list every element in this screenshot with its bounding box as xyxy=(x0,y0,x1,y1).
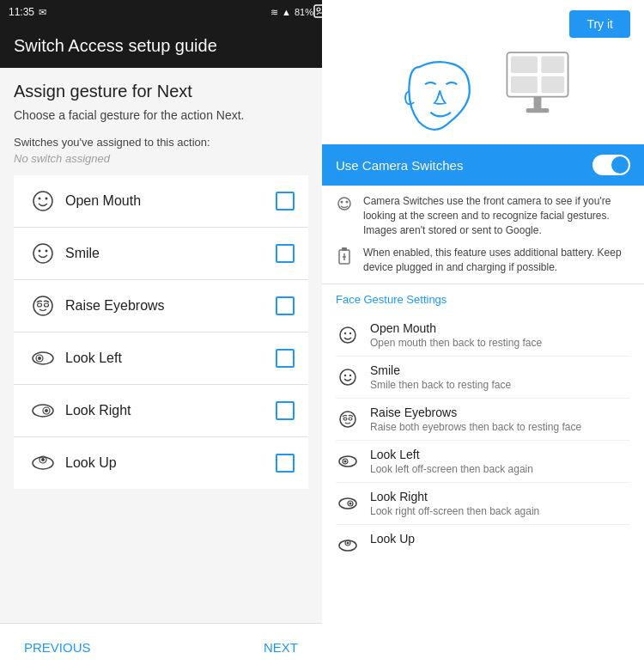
svg-point-40 xyxy=(349,375,351,376)
fg-name-look-up: Look Up xyxy=(370,532,630,546)
illustration-area xyxy=(322,38,644,144)
look-right-icon xyxy=(27,395,58,426)
svg-point-35 xyxy=(340,327,355,343)
gesture-checkbox-open-mouth[interactable] xyxy=(276,192,295,210)
svg-rect-26 xyxy=(541,76,564,94)
status-bar-left: 11:35 ✉ xyxy=(9,6,46,18)
gesture-name-look-right: Look Right xyxy=(65,403,276,418)
gesture-item-open-mouth[interactable]: Open Mouth xyxy=(14,175,308,228)
fg-text-look-right: Look Right Look right off-screen then ba… xyxy=(370,490,630,517)
camera-info-icon xyxy=(336,196,353,216)
svg-point-43 xyxy=(349,418,352,420)
previous-button[interactable]: Previous xyxy=(21,633,94,662)
fg-desc-smile: Smile then back to resting face xyxy=(370,379,630,391)
svg-point-28 xyxy=(341,201,343,204)
notification-icon: ✉ xyxy=(39,7,46,18)
svg-point-42 xyxy=(343,418,347,420)
fg-look-up-icon xyxy=(336,534,360,558)
face-gesture-section: Face Gesture Settings Open Mouth Open mo… xyxy=(322,284,644,671)
svg-rect-21 xyxy=(526,108,549,113)
battery-text: 81% xyxy=(295,7,313,17)
gesture-checkbox-look-up[interactable] xyxy=(276,454,295,473)
svg-point-13 xyxy=(38,357,41,360)
fg-open-mouth-icon xyxy=(336,323,360,347)
status-bar: 11:35 ✉ ≋ ▲ 81% xyxy=(0,0,322,24)
next-button[interactable]: Next xyxy=(260,633,301,662)
fg-item-raise-eyebrows: Raise Eyebrows Raise both eyebrows then … xyxy=(336,399,630,441)
fg-desc-look-left: Look left off-screen then back again xyxy=(370,463,630,475)
svg-point-4 xyxy=(46,198,48,200)
gesture-checkbox-raise-eyebrows[interactable] xyxy=(276,296,295,315)
svg-point-1 xyxy=(317,8,320,11)
gesture-name-raise-eyebrows: Raise Eyebrows xyxy=(65,298,276,314)
fg-name-raise-eyebrows: Raise Eyebrows xyxy=(370,406,630,419)
gesture-name-open-mouth: Open Mouth xyxy=(65,193,276,209)
camera-toggle-switch[interactable] xyxy=(592,155,630,175)
gesture-checkbox-look-right[interactable] xyxy=(276,401,295,420)
switches-label: Switches you've assigned to this action: xyxy=(14,136,308,149)
svg-point-49 xyxy=(349,502,352,504)
svg-point-3 xyxy=(39,198,41,200)
phone-illustration xyxy=(503,52,572,137)
assign-title: Assign gesture for Next xyxy=(14,82,308,101)
svg-point-36 xyxy=(344,332,346,334)
svg-point-2 xyxy=(33,192,52,210)
face-gesture-title: Face Gesture Settings xyxy=(336,293,630,306)
svg-rect-24 xyxy=(541,57,564,74)
fg-desc-look-right: Look right off-screen then back again xyxy=(370,505,630,517)
svg-point-10 xyxy=(45,303,49,307)
svg-point-46 xyxy=(344,460,347,462)
gesture-checkbox-look-left[interactable] xyxy=(276,349,295,368)
svg-point-9 xyxy=(38,303,42,307)
gesture-checkbox-smile[interactable] xyxy=(276,244,295,263)
gesture-item-look-left[interactable]: Look Left xyxy=(14,332,308,385)
svg-point-29 xyxy=(346,201,349,204)
svg-rect-31 xyxy=(342,247,347,251)
status-bar-right: ≋ ▲ 81% xyxy=(270,7,313,18)
gesture-item-raise-eyebrows[interactable]: Raise Eyebrows xyxy=(14,280,308,332)
info-row-camera: Camera Switches use the front camera to … xyxy=(336,194,630,237)
camera-toggle-label: Use Camera Switches xyxy=(336,158,463,173)
camera-toggle-bar[interactable]: Use Camera Switches xyxy=(322,144,644,186)
content-area: Assign gesture for Next Choose a facial … xyxy=(0,68,322,623)
fg-name-open-mouth: Open Mouth xyxy=(370,321,630,335)
gesture-name-smile: Smile xyxy=(65,246,276,261)
camera-info-text: Camera Switches use the front camera to … xyxy=(363,194,630,237)
fg-text-raise-eyebrows: Raise Eyebrows Raise both eyebrows then … xyxy=(370,406,630,433)
svg-point-39 xyxy=(344,375,346,376)
svg-rect-23 xyxy=(510,57,537,74)
svg-point-37 xyxy=(349,332,351,334)
gesture-name-look-up: Look Up xyxy=(65,455,276,471)
face-illustration xyxy=(395,52,489,137)
app-icon xyxy=(313,3,331,19)
fg-name-smile: Smile xyxy=(370,363,630,377)
fg-item-look-up: Look Up xyxy=(336,525,630,564)
right-panel: Try it xyxy=(322,0,644,671)
gesture-list: Open Mouth Smile xyxy=(14,175,308,489)
gesture-name-look-left: Look Left xyxy=(65,351,276,366)
fg-text-look-left: Look Left Look left off-screen then back… xyxy=(370,448,630,475)
smile-icon xyxy=(27,238,58,269)
svg-point-38 xyxy=(340,369,355,385)
svg-point-41 xyxy=(340,412,355,427)
right-top: Try it xyxy=(322,0,644,38)
raise-eyebrows-icon xyxy=(27,290,58,321)
gesture-item-look-up[interactable]: Look Up xyxy=(14,437,308,489)
battery-info-icon xyxy=(336,247,353,269)
try-it-button[interactable]: Try it xyxy=(569,10,630,38)
svg-point-5 xyxy=(33,244,52,263)
svg-point-7 xyxy=(46,250,48,253)
fg-name-look-right: Look Right xyxy=(370,490,630,503)
gesture-item-look-right[interactable]: Look Right xyxy=(14,385,308,437)
svg-rect-25 xyxy=(510,76,537,94)
app-bar-title: Switch Access setup guide xyxy=(14,36,308,56)
fg-item-smile: Smile Smile then back to resting face xyxy=(336,357,630,399)
fg-raise-eyebrows-icon xyxy=(336,407,360,431)
fg-name-look-left: Look Left xyxy=(370,448,630,461)
fg-smile-icon xyxy=(336,365,360,389)
info-section: Camera Switches use the front camera to … xyxy=(322,186,644,284)
fg-text-smile: Smile Smile then back to resting face xyxy=(370,363,630,391)
bottom-bar: Previous Next xyxy=(0,623,322,671)
gesture-item-smile[interactable]: Smile xyxy=(14,228,308,280)
fg-item-open-mouth: Open Mouth Open mouth then back to resti… xyxy=(336,314,630,357)
